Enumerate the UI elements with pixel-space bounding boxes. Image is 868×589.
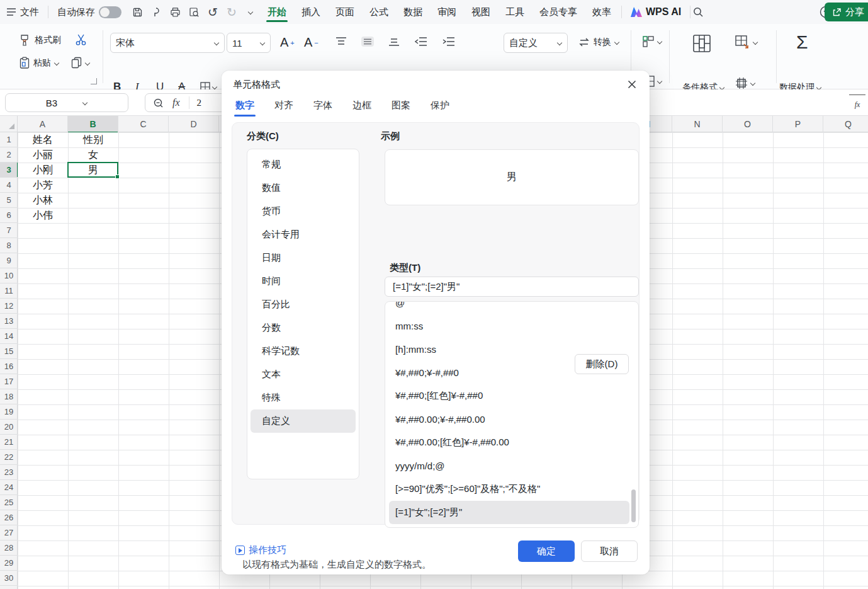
row-header-27[interactable]: 27	[0, 525, 18, 540]
menu-tab[interactable]: 审阅	[430, 0, 464, 24]
menu-tab[interactable]: 效率	[585, 0, 619, 24]
row-header-8[interactable]: 8	[0, 238, 18, 253]
convert-button[interactable]: 转换	[578, 37, 619, 48]
cancel-button[interactable]: 取消	[581, 540, 638, 562]
row-header-7[interactable]: 7	[0, 223, 18, 238]
row-header-15[interactable]: 15	[0, 344, 18, 359]
menu-tab[interactable]: 页面	[328, 0, 362, 24]
row-header-16[interactable]: 16	[0, 359, 18, 374]
category-item[interactable]: 文本	[251, 363, 356, 386]
format-options-list[interactable]: @mm:ss[h]:mm:ss¥#,##0;¥-#,##0¥#,##0;[红色]…	[385, 301, 639, 528]
active-cell-selection[interactable]	[67, 162, 118, 178]
row-col-insert-button[interactable]	[642, 35, 662, 48]
row-header-1[interactable]: 1	[0, 132, 18, 147]
cut-button[interactable]	[74, 33, 88, 49]
print-preview-button[interactable]	[184, 3, 203, 21]
cell-B1[interactable]: 性别	[68, 132, 118, 147]
paste-button[interactable]: 粘贴	[19, 57, 59, 69]
format-option[interactable]: [=1]"女";[=2]"男"	[389, 501, 629, 524]
fill-handle[interactable]	[115, 174, 120, 179]
category-item[interactable]: 常规	[251, 153, 356, 176]
category-item[interactable]: 百分比	[251, 293, 356, 316]
row-header-26[interactable]: 26	[0, 510, 18, 525]
dialog-tab[interactable]: 数字	[234, 97, 256, 119]
menu-tab[interactable]: 视图	[464, 0, 498, 24]
increase-indent-icon[interactable]	[442, 37, 456, 47]
format-option[interactable]: ¥#,##0;[红色]¥-#,##0	[389, 384, 629, 408]
row-header-11[interactable]: 11	[0, 283, 18, 299]
increase-font-button[interactable]: A+	[280, 35, 295, 50]
decrease-indent-icon[interactable]	[414, 37, 428, 47]
column-header-Q[interactable]: Q	[823, 116, 868, 132]
row-header-20[interactable]: 20	[0, 420, 18, 435]
column-header-A[interactable]: A	[18, 116, 68, 132]
menu-tab[interactable]: 会员专享	[532, 0, 585, 24]
category-item[interactable]: 数值	[251, 176, 356, 200]
select-all-corner[interactable]	[0, 116, 18, 132]
column-header-C[interactable]: C	[118, 116, 169, 132]
format-option[interactable]: ¥#,##0.00;¥-#,##0.00	[389, 408, 629, 431]
row-header-9[interactable]: 9	[0, 253, 18, 268]
category-item[interactable]: 时间	[251, 270, 356, 293]
format-option[interactable]: mm:ss	[389, 314, 629, 338]
format-painter-button[interactable]: 格式刷	[19, 34, 61, 47]
dialog-tab[interactable]: 保护	[429, 97, 451, 119]
cell-A4[interactable]: 小芳	[18, 178, 68, 193]
number-format-select[interactable]: 自定义	[504, 33, 568, 53]
dialog-tab[interactable]: 边框	[351, 97, 373, 119]
row-header-10[interactable]: 10	[0, 268, 18, 283]
tips-link[interactable]: 操作技巧	[235, 544, 286, 556]
search-formula-icon[interactable]	[153, 98, 164, 108]
row-header-2[interactable]: 2	[0, 147, 18, 163]
formula-bar-expand-button[interactable]: fx	[849, 94, 865, 110]
row-header-3[interactable]: 3	[0, 163, 18, 178]
wps-ai-button[interactable]: WPS AI	[624, 6, 687, 18]
category-item[interactable]: 分数	[251, 316, 356, 340]
dialog-close-button[interactable]	[623, 76, 641, 93]
category-item[interactable]: 自定义	[251, 409, 356, 433]
column-header-N[interactable]: N	[672, 116, 723, 132]
row-header-25[interactable]: 25	[0, 495, 18, 510]
save-button[interactable]	[128, 3, 147, 21]
clipboard-group-expand-icon[interactable]	[91, 78, 97, 84]
dialog-tab[interactable]: 对齐	[273, 97, 295, 119]
copy-button[interactable]	[70, 57, 90, 69]
formula-bar-value[interactable]: 2	[189, 96, 202, 109]
cell-B2[interactable]: 女	[68, 147, 118, 163]
type-input[interactable]: [=1]"女";[=2]"男"	[385, 277, 639, 297]
font-name-select[interactable]: 宋体	[110, 33, 225, 53]
row-header-17[interactable]: 17	[0, 374, 18, 389]
row-header-30[interactable]: 30	[0, 571, 18, 586]
name-box[interactable]: B3	[5, 93, 128, 112]
category-item[interactable]: 科学记数	[251, 340, 356, 363]
row-header-22[interactable]: 22	[0, 450, 18, 465]
cell-style-button[interactable]	[735, 77, 755, 89]
column-header-O[interactable]: O	[723, 116, 773, 132]
format-option[interactable]: @	[389, 301, 629, 314]
row-header-19[interactable]: 19	[0, 404, 18, 420]
row-header-4[interactable]: 4	[0, 178, 18, 193]
sum-icon[interactable]: Σ	[796, 31, 808, 53]
menu-tab[interactable]: 开始	[260, 0, 294, 24]
redo-button[interactable]: ↻	[222, 3, 241, 21]
column-header-B[interactable]: B	[68, 116, 118, 132]
dialog-tab[interactable]: 图案	[390, 97, 412, 119]
format-option[interactable]: ¥#,##0.00;[红色]¥-#,##0.00	[389, 431, 629, 454]
ok-button[interactable]: 确定	[518, 540, 575, 562]
row-header-21[interactable]: 21	[0, 435, 18, 450]
format-as-table-button[interactable]	[735, 35, 758, 49]
cell-A1[interactable]: 姓名	[18, 132, 68, 147]
align-bottom-icon[interactable]	[388, 37, 400, 47]
category-item[interactable]: 货币	[251, 200, 356, 223]
menu-tab[interactable]: 数据	[396, 0, 430, 24]
row-header-24[interactable]: 24	[0, 480, 18, 495]
search-button[interactable]	[689, 3, 707, 21]
menu-tab[interactable]: 插入	[294, 0, 328, 24]
row-header-13[interactable]: 13	[0, 314, 18, 329]
align-top-icon[interactable]	[335, 37, 347, 47]
category-item[interactable]: 会计专用	[251, 223, 356, 246]
row-header-28[interactable]: 28	[0, 540, 18, 556]
cell-A3[interactable]: 小刚	[18, 163, 68, 178]
row-header-12[interactable]: 12	[0, 299, 18, 314]
row-header-5[interactable]: 5	[0, 193, 18, 208]
